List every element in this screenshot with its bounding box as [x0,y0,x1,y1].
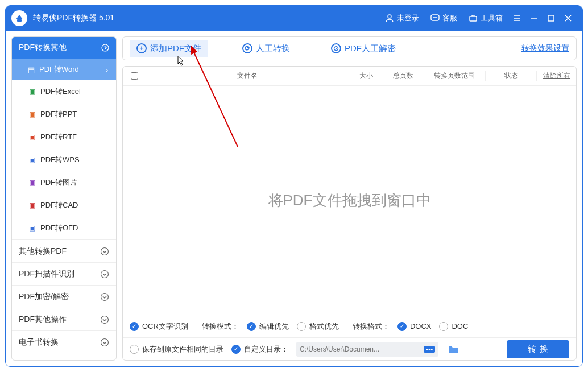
manual-decrypt-button[interactable]: ⊙ PDF人工解密 [324,40,403,57]
sidebar-group[interactable]: PDF扫描件识别 [12,262,116,285]
file-type-icon: ▣ [28,179,36,187]
mode-label: 转换模式： [202,321,239,332]
convert-settings-link[interactable]: 转换效果设置 [521,43,569,53]
convert-button[interactable]: 转换 [507,340,569,358]
minimize-icon [530,14,538,22]
format-doc-radio[interactable]: DOC [439,322,468,331]
login-button[interactable]: 未登录 [379,6,425,31]
radio-on-icon [247,322,256,331]
format-docx-radio[interactable]: DOCX [397,322,432,331]
sidebar-group[interactable]: PDF加密/解密 [12,285,116,308]
menu-button[interactable] [508,6,525,31]
app-title: 转易侠PDF转换器 5.01 [33,13,114,23]
svg-rect-1 [17,19,22,22]
chevron-down-icon [100,247,109,256]
sidebar-item-label: PDF转Excel [40,86,81,97]
maximize-icon [548,15,554,22]
customer-service-button[interactable]: 客服 [425,6,463,31]
output-row: 保存到原文件相同的目录 自定义目录： C:\Users\User\Documen… [123,337,576,360]
clear-all-link[interactable]: 清除所有 [536,71,576,81]
plus-circle-icon: + [136,43,147,53]
sidebar-item[interactable]: ▣PDF转Excel [12,80,116,103]
radio-on-icon [397,322,407,331]
svg-rect-7 [470,16,477,21]
titlebar: 转易侠PDF转换器 5.01 未登录 客服 工具箱 [6,6,582,31]
toolbar: + 添加PDF文件 ⟳ 人工转换 ⊙ PDF人工解密 转换效果设置 [122,36,577,60]
close-icon [565,15,572,22]
sidebar-item[interactable]: ▣PDF转CAD [12,194,116,217]
custom-dir-radio[interactable]: 自定义目录： [231,344,288,354]
hamburger-icon [513,14,521,22]
file-type-icon: ▣ [28,224,36,232]
sidebar-group[interactable]: PDF其他操作 [12,308,116,330]
svg-point-4 [433,17,434,18]
svg-point-12 [101,293,109,300]
col-pages: 总页数 [383,71,423,81]
key-circle-icon: ⊙ [331,43,341,53]
file-list-panel: 文件名 大小 总页数 转换页数范围 状态 清除所有 将PDF文件拖拽到窗口中 O… [122,66,577,361]
ocr-checkbox[interactable]: OCR文字识别 [130,321,188,332]
file-type-icon: ▣ [28,110,36,118]
toolbox-button[interactable]: 工具箱 [463,6,508,31]
chevron-down-icon [100,338,109,347]
check-icon [130,322,139,331]
mode-format-radio[interactable]: 格式优先 [297,321,339,332]
sidebar: PDF转换其他 ▤ PDF转Word › ▣PDF转Excel▣PDF转PPT▣… [11,36,117,361]
svg-point-6 [436,17,437,18]
format-label: 转换格式： [353,321,390,332]
main-area: + 添加PDF文件 ⟳ 人工转换 ⊙ PDF人工解密 转换效果设置 [122,36,577,361]
radio-off-icon [439,322,448,331]
options-row: OCR文字识别 转换模式： 编辑优先 格式优先 转换格式： DOCX [123,315,576,337]
open-folder-button[interactable] [446,342,460,356]
col-size: 大小 [349,71,383,81]
sidebar-item[interactable]: ▣PDF转图片 [12,171,116,194]
svg-point-14 [101,338,109,346]
close-button[interactable] [560,6,577,31]
sidebar-group-label: PDF扫描件识别 [19,269,74,279]
sidebar-group[interactable]: 电子书转换 [12,330,116,353]
app-logo [11,10,27,26]
col-range: 转换页数范围 [423,71,485,81]
sidebar-group-label: PDF加密/解密 [19,292,69,302]
word-file-icon: ▤ [28,65,35,74]
col-filename: 文件名 [146,71,349,81]
svg-point-2 [388,15,391,18]
chevron-down-icon [100,315,109,324]
sidebar-item-label: PDF转CAD [40,200,78,210]
maximize-button[interactable] [543,6,560,31]
sidebar-group-label: 电子书转换 [19,337,59,348]
user-icon [385,14,394,23]
sidebar-item[interactable]: ▣PDF转WPS [12,148,116,171]
minimize-button[interactable] [525,6,543,31]
col-status: 状态 [485,71,536,81]
sidebar-item[interactable]: ▣PDF转RTF [12,126,116,148]
sidebar-item-label: PDF转RTF [40,132,77,142]
output-path-box[interactable]: C:\Users\User\Documen... ••• [296,342,438,357]
sidebar-item-label: PDF转图片 [40,177,77,188]
sidebar-item-label: PDF转PPT [40,109,77,119]
chevron-right-icon [101,44,109,52]
svg-point-13 [101,316,109,323]
mode-edit-radio[interactable]: 编辑优先 [247,321,289,332]
sidebar-group-label: 其他转换PDF [19,246,67,257]
sidebar-item[interactable]: ▣PDF转OFD [12,217,116,239]
radio-off-icon [130,345,139,354]
sidebar-item-pdf-to-word[interactable]: ▤ PDF转Word › [12,59,116,80]
radio-on-icon [231,345,241,354]
sidebar-item[interactable]: ▣PDF转PPT [12,103,116,126]
file-type-icon: ▣ [28,133,36,141]
svg-rect-8 [548,15,554,21]
chat-icon [430,14,440,23]
add-pdf-button[interactable]: + 添加PDF文件 [130,40,208,57]
drop-zone[interactable]: 将PDF文件拖拽到窗口中 [123,86,576,315]
sidebar-group-pdf-to-other[interactable]: PDF转换其他 [12,37,116,59]
sidebar-group[interactable]: 其他转换PDF [12,239,116,262]
sidebar-item-label: PDF转WPS [40,155,80,165]
select-all-checkbox[interactable] [131,72,138,80]
same-dir-radio[interactable]: 保存到原文件相同的目录 [130,344,223,354]
chevron-right-icon: › [106,65,108,74]
manual-convert-button[interactable]: ⟳ 人工转换 [235,40,297,57]
radio-off-icon [297,322,306,331]
svg-point-9 [102,44,109,51]
sidebar-group-label: PDF其他操作 [19,315,67,325]
